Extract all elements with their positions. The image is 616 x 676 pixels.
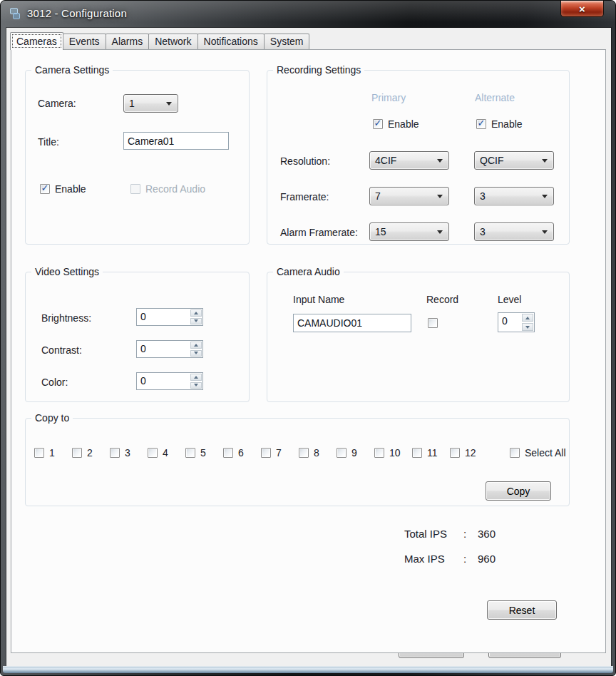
spinner-up-icon[interactable]: [522, 314, 533, 322]
channel-6-checkbox[interactable]: [223, 448, 233, 458]
resolution-alternate-select[interactable]: QCIF: [474, 151, 554, 170]
channel-1-checkbox[interactable]: [34, 448, 44, 458]
framerate-label: Framerate:: [280, 191, 329, 203]
chevron-down-icon: [166, 102, 172, 106]
copy-channel-12[interactable]: 12: [450, 447, 488, 459]
input-name-label: Input Name: [293, 294, 344, 305]
camera-enable-checkbox-row[interactable]: ✓ Enable: [40, 183, 86, 195]
spinner-down-icon[interactable]: [190, 382, 202, 389]
camera-enable-checkbox[interactable]: ✓: [40, 184, 50, 194]
reset-button[interactable]: Reset: [487, 600, 557, 620]
copy-channel-11[interactable]: 11: [412, 447, 450, 459]
framerate-alternate-select[interactable]: 3: [474, 187, 554, 205]
audio-level-stepper[interactable]: 0: [498, 312, 535, 332]
framerate-primary-select[interactable]: 7: [369, 187, 449, 205]
channel-3-checkbox[interactable]: [110, 448, 120, 458]
title-label: Title:: [38, 136, 59, 148]
spinner-down-icon[interactable]: [190, 318, 202, 325]
tab-cameras[interactable]: Cameras: [10, 32, 63, 50]
spinner-up-icon[interactable]: [190, 309, 202, 317]
spinner-up-icon[interactable]: [190, 374, 202, 381]
close-button[interactable]: ×: [560, 1, 604, 17]
spinner-up-icon[interactable]: [190, 342, 202, 349]
copy-channel-10[interactable]: 10: [374, 447, 412, 459]
audio-input-name-input[interactable]: [293, 314, 411, 332]
spinner-down-icon[interactable]: [522, 323, 533, 331]
contrast-stepper[interactable]: 0: [136, 340, 203, 358]
channel-2-checkbox[interactable]: [72, 448, 82, 458]
copy-channel-5[interactable]: 5: [185, 447, 223, 459]
camera-enable-label: Enable: [55, 183, 86, 195]
chevron-down-icon: [437, 195, 443, 198]
resolution-label: Resolution:: [280, 155, 330, 167]
channel-7-checkbox[interactable]: [261, 448, 271, 458]
channel-5-checkbox[interactable]: [185, 448, 195, 458]
contrast-value: 0: [137, 341, 190, 357]
copy-to-group: Copy to 1 2 3 4 5 6 7 8 9 10 11 12: [25, 418, 570, 506]
alarm-framerate-alternate-select[interactable]: 3: [474, 222, 554, 241]
copy-to-legend: Copy to: [31, 412, 73, 424]
tab-system[interactable]: System: [264, 34, 310, 49]
chevron-down-icon: [542, 159, 548, 163]
select-all-checkbox[interactable]: [510, 448, 520, 458]
color-value: 0: [137, 373, 190, 389]
audio-record-checkbox-row[interactable]: [428, 318, 438, 328]
max-ips-label: Max IPS: [404, 553, 463, 565]
tab-events[interactable]: Events: [63, 34, 106, 49]
resolution-primary-select[interactable]: 4CIF: [369, 151, 449, 170]
copy-channel-3[interactable]: 3: [110, 447, 148, 459]
alarm-framerate-primary-value: 15: [375, 226, 386, 237]
audio-level-value: 0: [498, 313, 521, 332]
alternate-column-header: Alternate: [475, 92, 515, 103]
alarm-framerate-primary-select[interactable]: 15: [369, 222, 449, 241]
framerate-alternate-value: 3: [480, 190, 486, 202]
audio-record-checkbox[interactable]: [428, 318, 438, 328]
camera-select[interactable]: 1: [123, 94, 178, 113]
chevron-down-icon: [437, 159, 443, 163]
copy-channel-8[interactable]: 8: [299, 447, 337, 459]
select-all-checkbox-row[interactable]: Select All: [510, 447, 566, 459]
chevron-down-icon: [437, 230, 443, 234]
tab-alarms[interactable]: Alarms: [106, 34, 150, 49]
copy-channel-1[interactable]: 1: [34, 447, 72, 459]
recording-settings-group: Recording Settings Primary Alternate ✓ E…: [267, 70, 570, 245]
copy-button[interactable]: Copy: [486, 481, 551, 501]
window-frame-bottom: [3, 666, 613, 673]
channel-9-checkbox[interactable]: [337, 448, 346, 458]
tab-network[interactable]: Network: [148, 34, 197, 49]
color-stepper[interactable]: 0: [136, 372, 203, 390]
alternate-enable-checkbox[interactable]: ✓: [476, 119, 486, 129]
record-audio-checkbox: [130, 184, 140, 194]
window-title: 3012 - Configuration: [27, 7, 127, 19]
channel-8-checkbox[interactable]: [299, 448, 309, 458]
camera-title-input[interactable]: [123, 132, 229, 150]
channel-11-checkbox[interactable]: [412, 448, 422, 458]
framerate-primary-value: 7: [375, 190, 381, 202]
copy-channel-2[interactable]: 2: [72, 447, 110, 459]
title-bar[interactable]: 3012 - Configuration ×: [1, 1, 615, 28]
select-all-label: Select All: [525, 447, 566, 459]
chevron-down-icon: [542, 195, 548, 198]
copy-channel-9[interactable]: 9: [337, 447, 374, 459]
copy-channel-4[interactable]: 4: [148, 447, 185, 459]
channel-12-checkbox[interactable]: [450, 448, 460, 458]
spinner-down-icon[interactable]: [190, 350, 202, 357]
primary-enable-checkbox-row[interactable]: ✓ Enable: [373, 118, 419, 130]
max-ips-row: Max IPS : 960: [404, 553, 496, 565]
primary-enable-label: Enable: [388, 118, 419, 130]
check-icon: ✓: [41, 185, 49, 192]
channel-10-checkbox[interactable]: [374, 448, 384, 458]
alternate-enable-label: Enable: [491, 118, 523, 130]
channel-4-checkbox[interactable]: [148, 448, 158, 458]
brightness-stepper[interactable]: 0: [136, 308, 203, 326]
tab-notifications[interactable]: Notifications: [197, 34, 265, 49]
level-label: Level: [498, 294, 521, 305]
alarm-framerate-alternate-value: 3: [480, 226, 486, 237]
copy-channel-6[interactable]: 6: [223, 447, 261, 459]
cameras-tab-page: Camera Settings Camera: 1 Title: ✓ Enabl…: [11, 49, 606, 653]
primary-enable-checkbox[interactable]: ✓: [373, 119, 383, 129]
total-ips-row: Total IPS : 360: [404, 528, 496, 540]
alternate-enable-checkbox-row[interactable]: ✓ Enable: [476, 118, 523, 130]
copy-channel-7[interactable]: 7: [261, 447, 299, 459]
configuration-window: 3012 - Configuration × Cameras Events Al…: [0, 0, 616, 676]
